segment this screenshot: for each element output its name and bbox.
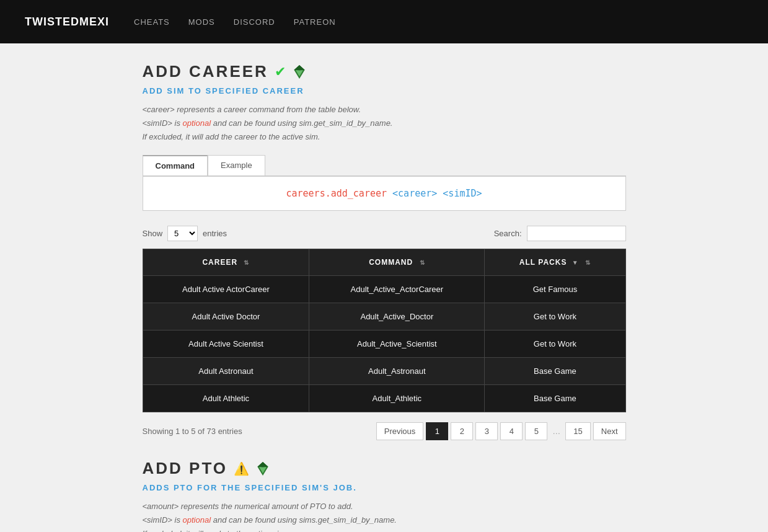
sort-packs-icon[interactable]: ⇅ [585,259,591,266]
career-pack: Base Game [485,358,625,385]
warning-icon: ⚠️ [234,461,249,476]
add-pto-section: ADD PTO ⚠️ ADDS PTO FOR THE SPECIFIED SI… [143,459,626,532]
add-career-section: ADD CAREER ✔ ADD SIM TO SPECIFIED CAREER… [143,62,626,440]
table-row: Adult Active Scientist Adult_Active_Scie… [143,330,625,358]
tab-example[interactable]: Example [208,155,265,175]
search-control: Search: [494,226,626,241]
col-packs: ALL PACKS ▼ ⇅ [485,249,625,276]
svg-marker-5 [257,462,268,468]
command-code: careers.add_career [286,188,392,199]
sort-command-icon[interactable]: ⇅ [420,259,425,266]
command-tabs: Command Example [143,155,626,176]
pto-desc-line-3: If excluded, it will apply to the active… [143,529,288,532]
optional-label: optional [183,118,211,128]
career-command: Adult_Active_Doctor [309,303,485,330]
sort-career-icon[interactable]: ⇅ [244,259,249,266]
packs-dropdown-icon[interactable]: ▼ [572,259,579,266]
pto-desc-line-1: <amount> represents the numerical amount… [143,502,353,511]
next-button[interactable]: Next [593,422,626,440]
brand-logo: TWISTEDMEXI [25,16,109,29]
sims-diamond-icon [292,64,307,79]
main-content: ADD CAREER ✔ ADD SIM TO SPECIFIED CAREER… [130,43,638,532]
desc-line-3: If excluded, it will add the career to t… [143,132,320,141]
pagination-row: Showing 1 to 5 of 73 entries Previous 1 … [143,422,626,440]
pto-desc-line-2: <simID> is optional and can be found usi… [143,515,397,525]
pagination: Previous 1 2 3 4 5 … 15 Next [376,422,626,440]
page-3-button[interactable]: 3 [475,422,498,440]
career-command: Adult_Active_Scientist [309,330,485,358]
career-pack: Get Famous [485,276,625,303]
page-4-button[interactable]: 4 [500,422,523,440]
col-career: CAREER ⇅ [143,249,309,276]
table-controls: Show 5 10 25 50 entries Search: [143,226,626,241]
nav-cheats[interactable]: CHEATS [134,17,170,27]
career-name: Adult Athletic [143,385,309,412]
pto-section-title-row: ADD PTO ⚠️ [143,459,626,478]
pto-sims-diamond-icon [255,461,270,476]
career-command: Adult_Astronaut [309,358,485,385]
search-input[interactable] [527,226,626,241]
career-name: Adult Active Doctor [143,303,309,330]
table-row: Adult Athletic Adult_Athletic Base Game [143,385,625,412]
career-pack: Get to Work [485,303,625,330]
career-table: CAREER ⇅ COMMAND ⇅ ALL PACKS ▼ ⇅ [143,249,626,412]
code-display: careers.add_career <career> <simID> [143,176,626,211]
section-subtitle: ADD SIM TO SPECIFIED CAREER [143,86,626,95]
pto-subtitle: ADDS PTO FOR THE SPECIFIED SIM'S JOB. [143,483,626,492]
page-2-button[interactable]: 2 [451,422,473,440]
table-row: Adult Active Doctor Adult_Active_Doctor … [143,303,625,330]
show-label: Show [143,229,163,238]
desc-line-1: <career> represents a career command fro… [143,105,361,114]
career-name: Adult Active ActorCareer [143,276,309,303]
command-param-career: <career> [392,188,443,199]
page-1-button[interactable]: 1 [426,422,448,440]
entries-label: entries [203,229,227,238]
show-entries-control: Show 5 10 25 50 entries [143,226,227,241]
page-15-button[interactable]: 15 [565,422,590,440]
page-title: ADD CAREER [143,62,268,81]
career-name: Adult Astronaut [143,358,309,385]
nav-mods[interactable]: MODS [188,17,215,27]
table-body: Adult Active ActorCareer Adult_Active_Ac… [143,276,625,412]
nav-patreon[interactable]: PATREON [294,17,336,27]
col-command: COMMAND ⇅ [309,249,485,276]
check-icon: ✔ [275,64,286,80]
showing-text: Showing 1 to 5 of 73 entries [143,427,242,436]
navbar: TWISTEDMEXI CHEATS MODS DISCORD PATREON [0,0,768,43]
table-row: Adult Astronaut Adult_Astronaut Base Gam… [143,358,625,385]
section-title-row: ADD CAREER ✔ [143,62,626,81]
section-description: <career> represents a career command fro… [143,103,626,144]
desc-line-2: <simID> is optional and can be found usi… [143,118,393,128]
career-command: Adult_Active_ActorCareer [309,276,485,303]
career-command: Adult_Athletic [309,385,485,412]
pto-description: <amount> represents the numerical amount… [143,500,626,532]
prev-button[interactable]: Previous [376,422,424,440]
page-ellipsis: … [550,423,563,440]
table-header-row: CAREER ⇅ COMMAND ⇅ ALL PACKS ▼ ⇅ [143,249,625,276]
command-param-simid: <simID> [443,188,482,199]
pto-optional-label: optional [183,515,211,525]
svg-marker-2 [294,64,304,70]
tab-command[interactable]: Command [143,155,208,175]
career-pack: Base Game [485,385,625,412]
page-5-button[interactable]: 5 [525,422,547,440]
table-row: Adult Active ActorCareer Adult_Active_Ac… [143,276,625,303]
nav-links: CHEATS MODS DISCORD PATREON [134,17,336,27]
entries-select[interactable]: 5 10 25 50 [167,226,198,241]
career-pack: Get to Work [485,330,625,358]
nav-discord[interactable]: DISCORD [234,17,275,27]
career-name: Adult Active Scientist [143,330,309,358]
search-label: Search: [494,229,522,238]
pto-page-title: ADD PTO [143,459,228,478]
